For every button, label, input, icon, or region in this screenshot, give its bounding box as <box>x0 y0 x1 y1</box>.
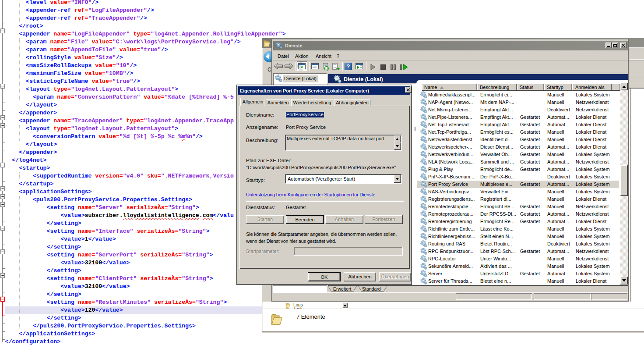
svg-text:Erweitert: Erweitert <box>333 286 352 292</box>
svg-text:Standard: Standard <box>362 286 381 292</box>
